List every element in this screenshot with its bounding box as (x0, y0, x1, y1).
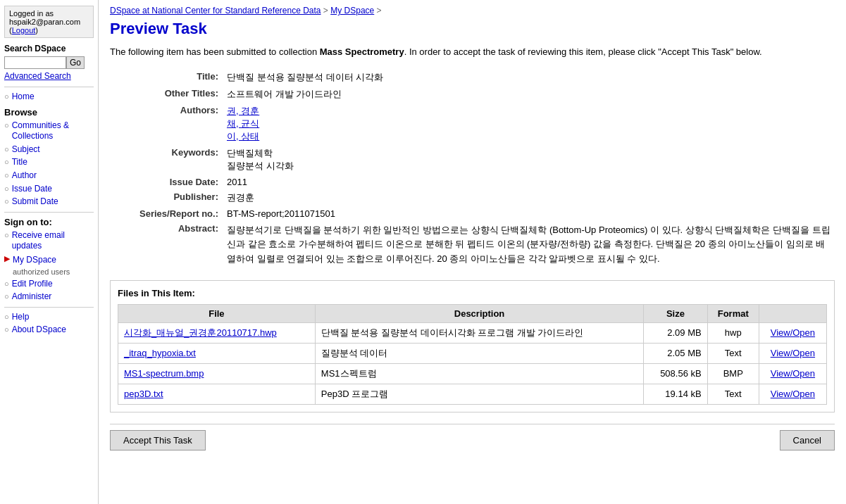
files-table-header: File Description Size Format (118, 304, 827, 322)
files-box: Files in This Item: File Description Siz… (110, 280, 835, 412)
submit-date-link[interactable]: Submit Date (12, 196, 58, 208)
collection-name: Mass Spectrometry (320, 46, 404, 57)
accept-task-button[interactable]: Accept This Task (110, 430, 206, 451)
edit-profile-link-container: ○ Edit Profile (4, 279, 94, 290)
authors-label: Authors: (110, 103, 223, 145)
about-dspace-link-container: ○ About DSpace (4, 325, 94, 336)
receive-email-bullet: ○ (4, 231, 9, 239)
other-titles-label: Other Titles: (110, 86, 223, 103)
action-bar: Accept This Task Cancel (110, 424, 835, 456)
view-open-link-1[interactable]: View/Open (771, 348, 815, 358)
file-format-3: Text (707, 384, 759, 404)
series-label: Series/Report no.: (110, 206, 223, 221)
metadata-publisher-row: Publisher: 권경훈 (110, 189, 835, 206)
file-link-0[interactable]: 시각화_매뉴얼_권경훈20110717.hwp (124, 327, 277, 338)
username-label: hspaik2@paran.com (9, 18, 80, 26)
issue-date-bullet: ○ (4, 184, 9, 193)
issue-date-label: Issue Date: (110, 175, 223, 189)
subject-link[interactable]: Subject (12, 144, 40, 156)
my-dspace-link[interactable]: My DSpace (13, 255, 56, 265)
intro-after: . In order to accept the task of reviewi… (404, 46, 762, 57)
cancel-button[interactable]: Cancel (780, 430, 835, 451)
file-row: 시각화_매뉴얼_권경훈20110717.hwp 단백질 분석용 질량분석 데이터… (118, 322, 827, 343)
file-link-2[interactable]: MS1-spectrum.bmp (124, 368, 204, 379)
authors-value: 권, 경훈 채, 균식 이, 상태 (223, 103, 835, 145)
metadata-series-row: Series/Report no.: BT-MS-report;20110715… (110, 206, 835, 221)
metadata-abstract-row: Abstract: 질량분석기로 단백질을 분석하기 위한 일반적인 방법으로는… (110, 221, 835, 269)
file-row: pep3D.txt Pep3D 프로그램 19.14 kB Text View/… (118, 384, 827, 404)
about-dspace-link[interactable]: About DSpace (12, 325, 66, 336)
other-titles-value: 소프트웨어 개발 가이드라인 (223, 86, 835, 103)
metadata-issue-date-row: Issue Date: 2011 (110, 175, 835, 189)
file-link-3[interactable]: pep3D.txt (124, 389, 163, 399)
publisher-label: Publisher: (110, 189, 223, 206)
metadata-table: Title: 단백질 분석용 질량분석 데이터 시각화 Other Titles… (110, 69, 835, 269)
about-dspace-bullet: ○ (4, 325, 9, 334)
file-row: MS1-spectrum.bmp MS1스펙트럼 508.56 kB BMP V… (118, 363, 827, 384)
keyword-1: 단백질체학 (227, 148, 273, 158)
file-desc-3: Pep3D 프로그램 (315, 384, 643, 404)
communities-collections-link[interactable]: Communities & Collections (12, 120, 94, 142)
title-label: Title: (110, 69, 223, 86)
breadcrumb-sep1: > (323, 6, 330, 15)
author-link-2[interactable]: 채, 균식 (227, 118, 259, 129)
receive-email-link[interactable]: Receive email updates (12, 230, 94, 252)
file-format-2: BMP (707, 363, 759, 384)
sign-on-title: Sign on to: (4, 217, 94, 227)
go-button[interactable]: Go (66, 56, 85, 69)
file-row: _itraq_hypoxia.txt 질량분석 데이터 2.05 MB Text… (118, 343, 827, 363)
intro-text: The following item has been submitted to… (110, 45, 835, 59)
keyword-2: 질량분석 시각화 (227, 160, 294, 171)
title-bullet: ○ (4, 158, 9, 166)
title-link[interactable]: Title (12, 157, 27, 168)
breadcrumb-mydspace-link[interactable]: My DSpace (330, 6, 374, 15)
view-open-link-0[interactable]: View/Open (771, 327, 815, 338)
file-size-3: 19.14 kB (644, 384, 707, 404)
abstract-label: Abstract: (110, 221, 223, 269)
file-desc-1: 질량분석 데이터 (315, 343, 643, 363)
file-link-1[interactable]: _itraq_hypoxia.txt (124, 348, 196, 358)
help-link-container: ○ Help (4, 312, 94, 323)
subject-bullet: ○ (4, 145, 9, 153)
file-desc-0: 단백질 분석용 질량분석 데이터시각화 프로그램 개발 가이드라인 (315, 322, 643, 343)
subject-link-container: ○ Subject (4, 144, 94, 156)
metadata-other-titles-row: Other Titles: 소프트웨어 개발 가이드라인 (110, 86, 835, 103)
intro-before: The following item has been submitted to… (110, 46, 320, 57)
authorized-users-label: authorized users (13, 267, 70, 276)
author-link[interactable]: Author (12, 170, 37, 182)
publisher-value: 권경훈 (223, 189, 835, 206)
abstract-value: 질량분석기로 단백질을 분석하기 위한 일반적인 방법으로는 상향식 단백질체학… (223, 221, 835, 269)
search-input[interactable] (4, 56, 66, 69)
home-link[interactable]: Home (12, 92, 35, 103)
browse-title: Browse (4, 107, 94, 118)
breadcrumb-dspace-link[interactable]: DSpace at National Center for Standard R… (110, 6, 321, 15)
keywords-label: Keywords: (110, 145, 223, 175)
viewopen-col-header (759, 304, 826, 322)
page-title: Preview Task (110, 20, 835, 38)
my-dspace-arrow: ▶ (4, 254, 10, 263)
view-open-link-2[interactable]: View/Open (771, 368, 815, 379)
author-link-1[interactable]: 권, 경훈 (227, 106, 259, 116)
keywords-value: 단백질체학 질량분석 시각화 (223, 145, 835, 175)
logout-link[interactable]: Logout (12, 26, 36, 34)
issue-date-value: 2011 (223, 175, 835, 189)
administer-link[interactable]: Administer (12, 291, 52, 303)
submit-date-link-container: ○ Submit Date (4, 196, 94, 208)
search-label: Search DSpace (4, 44, 94, 53)
author-link-3[interactable]: 이, 상태 (227, 131, 259, 141)
edit-profile-bullet: ○ (4, 279, 9, 288)
view-open-link-3[interactable]: View/Open (771, 389, 815, 399)
size-col-header: Size (644, 304, 707, 322)
home-link-container: ○ Home (4, 92, 94, 103)
issue-date-link[interactable]: Issue Date (12, 184, 52, 195)
search-section: Search DSpace Go Advanced Search (4, 44, 94, 81)
author-link-container: ○ Author (4, 170, 94, 182)
submit-date-bullet: ○ (4, 197, 9, 206)
edit-profile-link[interactable]: Edit Profile (12, 279, 53, 290)
receive-email-link-container: ○ Receive email updates (4, 230, 94, 252)
issue-date-link-container: ○ Issue Date (4, 184, 94, 195)
file-desc-2: MS1스펙트럼 (315, 363, 643, 384)
description-col-header: Description (315, 304, 643, 322)
advanced-search-link[interactable]: Advanced Search (4, 71, 94, 81)
help-link[interactable]: Help (12, 312, 30, 323)
